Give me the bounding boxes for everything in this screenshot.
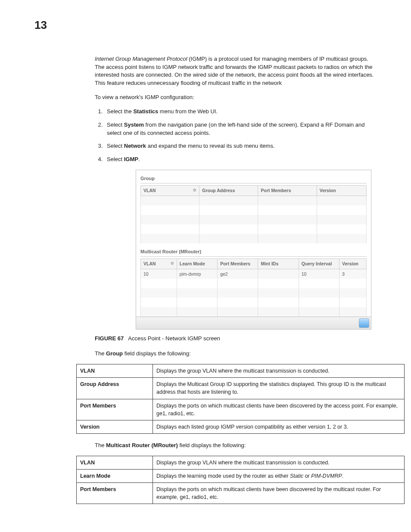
table-row: Learn ModeDisplays the learning mode use… [77,469,405,482]
table-row: VLANDisplays the group VLAN where the mu… [77,364,405,378]
steps-list: Select the Statistics menu from the Web … [95,108,377,164]
table-row: VLANDisplays the group VLAN where the mu… [77,456,405,469]
intro-paragraph: Internet Group Management Protocol (IGMP… [95,55,377,87]
sort-asc-icon: ⊙ [193,187,196,193]
step-3: Select Network and expand the menu to re… [104,142,377,150]
step-2: Select System from the navigation pane (… [104,121,377,137]
mrouter-col-learn[interactable]: Learn Mode [177,259,217,269]
table-row [141,288,367,298]
mrouter-section: Multicast Router (MRouter) VLAN⊙ Learn M… [136,243,371,317]
group-section-title: Group [140,174,367,184]
to-view-line: To view a network's IGMP configuration: [95,93,377,102]
table-row [141,215,367,224]
body-content: Internet Group Management Protocol (IGMP… [95,55,377,358]
table-row: Port MembersDisplays the ports on which … [77,482,405,504]
table-row[interactable]: 10 pim-dvmrp ge2 10 3 [141,269,367,279]
mrouter-intro: The Multicast Router (MRouter) field dis… [95,442,377,450]
panel-footer [136,317,371,329]
mrouter-description-table: VLANDisplays the group VLAN where the mu… [76,456,405,504]
page-number: 13 [34,17,377,34]
mrouter-grid: VLAN⊙ Learn Mode Port Members Mint IDs Q… [140,258,367,317]
step-1: Select the Statistics menu from the Web … [104,108,377,116]
mrouter-section-title: Multicast Router (MRouter) [140,247,367,257]
group-grid: VLAN⊙ Group Address Port Members Version [140,185,367,243]
table-row [141,307,367,317]
mrouter-col-version[interactable]: Version [339,259,367,269]
table-row [141,279,367,288]
group-col-address[interactable]: Group Address [199,186,258,196]
figure-label: FIGURE 67 [95,335,124,342]
figure-screenshot: Group VLAN⊙ Group Address Port Members V… [136,170,377,330]
sort-asc-icon: ⊙ [171,261,174,266]
table-row [141,298,367,307]
table-row [141,234,367,243]
table-row [141,196,367,206]
table-row [141,205,367,215]
igmp-term: Internet Group Management Protocol [95,56,187,62]
refresh-button[interactable] [359,318,369,328]
group-col-port[interactable]: Port Members [258,186,317,196]
table-row: VersionDisplays each listed group IGMP v… [77,420,405,433]
group-header-row: VLAN⊙ Group Address Port Members Version [141,186,367,196]
mrouter-col-vlan[interactable]: VLAN⊙ [141,259,177,269]
mrouter-col-port[interactable]: Port Members [218,259,258,269]
igmp-screen-panel: Group VLAN⊙ Group Address Port Members V… [136,170,371,330]
group-description-table: VLANDisplays the group VLAN where the mu… [76,364,405,434]
group-col-version[interactable]: Version [317,186,366,196]
figure-caption-text: Access Point - Network IGMP screen [128,335,220,342]
group-col-vlan[interactable]: VLAN⊙ [141,186,199,196]
figure-caption: FIGURE 67 Access Point - Network IGMP sc… [95,335,377,343]
step-4: Select IGMP. [104,156,377,164]
group-intro: The Group field displays the following: [95,350,377,358]
table-row: Group AddressDisplays the Multicast Grou… [77,378,405,399]
group-section: Group VLAN⊙ Group Address Port Members V… [136,170,371,243]
mrouter-intro-wrap: The Multicast Router (MRouter) field dis… [95,442,377,450]
mrouter-header-row: VLAN⊙ Learn Mode Port Members Mint IDs Q… [141,259,367,269]
table-row: Port MembersDisplays the ports on which … [77,399,405,420]
mrouter-col-mint[interactable]: Mint IDs [258,259,299,269]
table-row [141,224,367,234]
mrouter-col-query[interactable]: Query Interval [299,259,339,269]
